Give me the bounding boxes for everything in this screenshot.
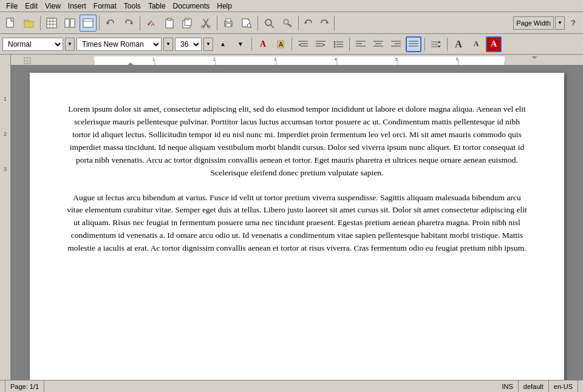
- insert-mode-section: INS: [497, 380, 518, 392]
- font-dropdown-arrow[interactable]: ▼: [163, 38, 173, 51]
- indent-increase-button[interactable]: [313, 36, 329, 52]
- spellcheck-button[interactable]: ✓ A: [143, 15, 160, 32]
- indent-decrease-icon: [298, 40, 308, 49]
- svg-rect-71: [33, 56, 94, 65]
- style-dropdown[interactable]: Normal: [2, 38, 63, 51]
- svg-marker-34: [326, 21, 329, 24]
- indent-decrease-button[interactable]: [295, 36, 311, 52]
- redo2-button[interactable]: [317, 15, 332, 32]
- align-right-button[interactable]: [388, 36, 404, 52]
- menu-tools[interactable]: Tools: [120, 1, 145, 11]
- align-left-button[interactable]: [353, 36, 369, 52]
- find-button[interactable]: [261, 15, 278, 32]
- font-color-icon: A: [260, 39, 266, 49]
- toolbar-sep-6: [298, 16, 299, 30]
- format-sep-2: [292, 38, 292, 51]
- svg-rect-20: [186, 18, 189, 20]
- menu-help[interactable]: Help: [213, 1, 236, 11]
- columns-icon: [64, 18, 75, 29]
- align-justify-icon: [409, 40, 418, 49]
- size-dropdown[interactable]: 36: [175, 38, 202, 51]
- align-center-button[interactable]: [370, 36, 386, 52]
- clipboard-button[interactable]: [161, 15, 178, 32]
- svg-text:1: 1: [152, 57, 155, 61]
- character-highlight-button[interactable]: A: [486, 36, 502, 52]
- print-preview-button[interactable]: [238, 15, 255, 32]
- help-button[interactable]: ?: [566, 15, 581, 32]
- svg-rect-3: [47, 18, 56, 28]
- svg-marker-13: [130, 21, 133, 24]
- zoom-area: Page Width ▼ ?: [513, 15, 581, 32]
- ruler-corner: [22, 56, 33, 65]
- undo-button[interactable]: [102, 15, 119, 32]
- print-button[interactable]: [220, 15, 237, 32]
- font-dropdown[interactable]: Times New Roman: [77, 38, 162, 51]
- menu-documents[interactable]: Documents: [169, 1, 214, 11]
- menu-insert[interactable]: Insert: [64, 1, 90, 11]
- cut-icon: [200, 18, 211, 29]
- menu-view[interactable]: View: [41, 1, 64, 11]
- svg-rect-0: [7, 18, 13, 27]
- cut-button[interactable]: [197, 15, 214, 32]
- menu-table[interactable]: Table: [145, 1, 169, 11]
- font-size-A-large[interactable]: A: [451, 36, 466, 52]
- new-icon: [5, 18, 16, 29]
- svg-text:2: 2: [213, 57, 216, 61]
- undo2-icon: [304, 18, 313, 28]
- toolbar-sep-2: [99, 16, 100, 30]
- open-button[interactable]: [21, 15, 38, 32]
- svg-text:A: A: [151, 21, 155, 27]
- document-scroll-area[interactable]: Lorem ipsum dolor sit amet, consectetur …: [11, 66, 583, 380]
- clipboard-icon: [164, 18, 175, 29]
- svg-rect-10: [83, 19, 93, 27]
- status-bar: Page: 1/1 INS default en-US: [0, 380, 583, 392]
- menu-file[interactable]: File: [2, 1, 21, 11]
- page-info: Page: 1/1: [10, 383, 39, 390]
- svg-rect-73: [94, 56, 505, 65]
- new-button[interactable]: [2, 15, 19, 32]
- menu-edit[interactable]: Edit: [21, 1, 41, 11]
- redo-button[interactable]: [120, 15, 137, 32]
- highlighting-button[interactable]: A: [273, 36, 288, 52]
- paragraph-2: Augue ut lectus arcu bibendum at varius.…: [66, 192, 528, 255]
- size-dropdown-arrow[interactable]: ▼: [203, 38, 213, 51]
- format-sep-1: [251, 38, 252, 51]
- table-insert-button[interactable]: [43, 15, 60, 32]
- font-size-A-small[interactable]: A: [468, 36, 484, 52]
- open-icon: [24, 18, 35, 29]
- horizontal-ruler: 1 2 3 4 5 6: [11, 55, 583, 66]
- layout-button[interactable]: [80, 15, 97, 32]
- language: en-US: [554, 383, 573, 390]
- replace-button[interactable]: [279, 15, 296, 32]
- find-icon: [264, 18, 274, 29]
- zoom-dropdown-arrow[interactable]: ▼: [555, 16, 565, 30]
- menu-format[interactable]: Format: [90, 1, 120, 11]
- toolbar-sep-3: [140, 16, 140, 30]
- columns-button[interactable]: [61, 15, 78, 32]
- redo2-icon: [319, 18, 329, 28]
- align-justify-button[interactable]: [406, 36, 421, 52]
- svg-rect-8: [65, 19, 69, 27]
- svg-marker-40: [298, 44, 301, 46]
- svg-text:3: 3: [274, 57, 276, 61]
- svg-point-45: [334, 41, 336, 42]
- zoom-dropdown[interactable]: Page Width: [513, 16, 554, 30]
- print-icon: [223, 18, 234, 29]
- spell-icon: ✓ A: [146, 18, 157, 29]
- linespacing-button[interactable]: [428, 36, 444, 52]
- language-section: en-US: [549, 380, 578, 392]
- size-down-button[interactable]: ▼: [233, 36, 248, 52]
- size-up-button[interactable]: ▲: [215, 36, 231, 52]
- style-dropdown-arrow[interactable]: ▼: [65, 38, 75, 51]
- undo-icon: [105, 18, 116, 29]
- page-ruler-2: 2: [4, 131, 7, 137]
- main-area: 1 2 3: [0, 55, 583, 380]
- paste-button[interactable]: [179, 15, 196, 32]
- list-unordered-button[interactable]: [330, 36, 346, 52]
- undo2-button[interactable]: [301, 15, 316, 32]
- format-sep-5: [447, 38, 448, 51]
- format-sep-3: [349, 38, 350, 51]
- svg-point-46: [334, 43, 336, 45]
- style-mode: default: [523, 383, 544, 390]
- font-color-button[interactable]: A: [255, 36, 271, 52]
